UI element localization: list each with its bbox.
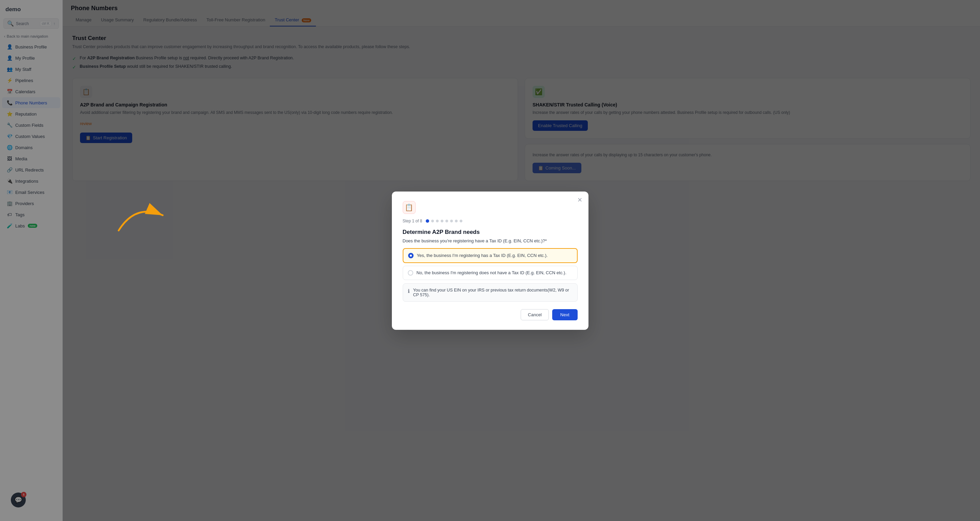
step-dot-2 bbox=[431, 220, 434, 222]
info-icon: ℹ bbox=[408, 288, 410, 294]
arrow-annotation bbox=[108, 197, 176, 237]
modal-header-icon: 📋 bbox=[403, 201, 415, 214]
step-dot-6 bbox=[450, 220, 453, 222]
radio-yes-circle bbox=[408, 253, 414, 258]
radio-no-label: No, the business I'm registering does no… bbox=[417, 270, 566, 275]
step-dot-7 bbox=[455, 220, 458, 222]
step-dot-4 bbox=[441, 220, 443, 222]
modal-close-button[interactable]: ✕ bbox=[577, 197, 582, 203]
info-text: You can find your US EIN on your IRS or … bbox=[413, 288, 573, 297]
radio-yes-label: Yes, the business I'm registering has a … bbox=[417, 253, 548, 258]
step-dot-3 bbox=[436, 220, 439, 222]
step-dot-5 bbox=[445, 220, 448, 222]
modal-title: Determine A2P Brand needs bbox=[403, 229, 578, 235]
cancel-button[interactable]: Cancel bbox=[521, 309, 549, 320]
modal-overlay: ✕ 📋 Step 1 of 8 Determine A2P Brand need… bbox=[0, 0, 980, 521]
info-box: ℹ You can find your US EIN on your IRS o… bbox=[403, 283, 578, 302]
modal-question: Does the business you're registering hav… bbox=[403, 238, 578, 243]
modal-actions: Cancel Next bbox=[403, 309, 578, 320]
step-dot-1 bbox=[426, 219, 429, 223]
next-button[interactable]: Next bbox=[552, 309, 578, 320]
step-dot-8 bbox=[460, 220, 462, 222]
modal-dialog: ✕ 📋 Step 1 of 8 Determine A2P Brand need… bbox=[392, 192, 589, 330]
step-label: Step 1 of 8 bbox=[403, 219, 422, 223]
radio-option-no[interactable]: No, the business I'm registering does no… bbox=[403, 266, 578, 280]
step-indicator: Step 1 of 8 bbox=[403, 219, 578, 223]
radio-no-circle bbox=[408, 270, 413, 276]
radio-option-yes[interactable]: Yes, the business I'm registering has a … bbox=[403, 248, 578, 263]
